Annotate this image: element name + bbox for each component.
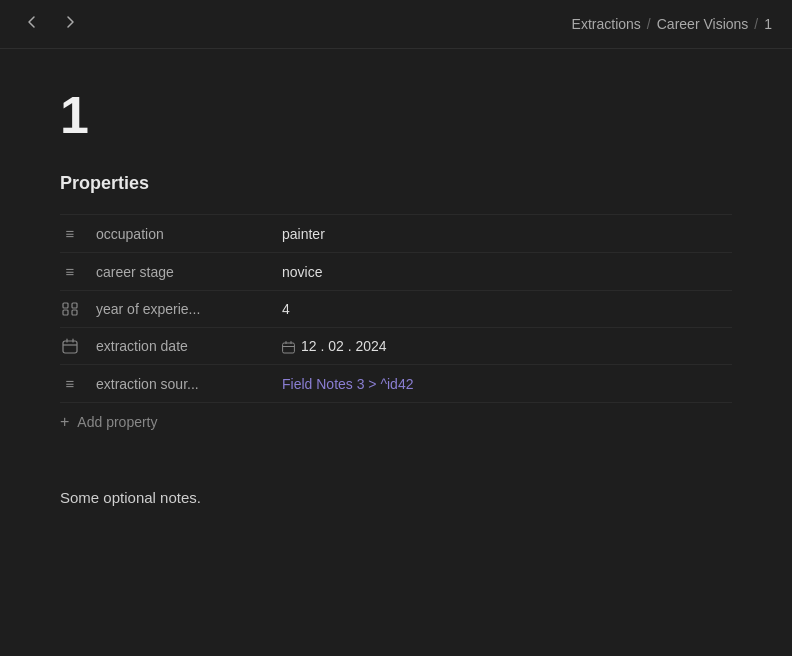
- add-property-label: Add property: [77, 414, 157, 430]
- calendar-small-icon: [282, 338, 295, 353]
- property-row-occupation: occupation painter: [60, 214, 732, 253]
- lines-icon-career-stage: [60, 263, 80, 280]
- lines-icon-extraction-source: [60, 375, 80, 392]
- property-name-year-experience: year of experie...: [96, 301, 266, 317]
- notes-section: Some optional notes.: [60, 489, 732, 506]
- breadcrumb-career-visions[interactable]: Career Visions: [657, 16, 749, 32]
- breadcrumb-current: 1: [764, 16, 772, 32]
- notes-text: Some optional notes.: [60, 489, 201, 506]
- property-value-occupation: painter: [282, 226, 325, 242]
- lines-icon-occupation: [60, 225, 80, 242]
- nav-arrows: [20, 12, 82, 36]
- breadcrumb: Extractions / Career Visions / 1: [572, 16, 772, 32]
- breadcrumb-extractions[interactable]: Extractions: [572, 16, 641, 32]
- svg-rect-2: [63, 310, 68, 315]
- add-property-row[interactable]: + Add property: [60, 403, 732, 441]
- record-id: 1: [60, 89, 732, 141]
- main-content: 1 Properties occupation painter career s…: [0, 49, 792, 546]
- svg-rect-0: [63, 303, 68, 308]
- add-icon: +: [60, 413, 69, 431]
- breadcrumb-sep-1: /: [647, 16, 651, 32]
- property-row-career-stage: career stage novice: [60, 253, 732, 291]
- property-name-career-stage: career stage: [96, 264, 266, 280]
- property-row-year-experience: year of experie... 4: [60, 291, 732, 328]
- property-row-extraction-date: extraction date 12 . 02 . 2024: [60, 328, 732, 365]
- date-value: 12 . 02 . 2024: [301, 338, 387, 354]
- svg-rect-3: [72, 310, 77, 315]
- binary-icon-year-experience: [60, 301, 80, 317]
- property-row-extraction-source: extraction sour... Field Notes 3 > ^id42: [60, 365, 732, 403]
- svg-rect-5: [283, 343, 295, 353]
- property-name-extraction-date: extraction date: [96, 338, 266, 354]
- property-value-year-experience: 4: [282, 301, 290, 317]
- properties-list: occupation painter career stage novice y…: [60, 214, 732, 403]
- header: Extractions / Career Visions / 1: [0, 0, 792, 49]
- svg-rect-4: [63, 341, 77, 353]
- calendar-icon-extraction-date: [60, 338, 80, 354]
- forward-button[interactable]: [58, 12, 82, 36]
- property-value-extraction-source[interactable]: Field Notes 3 > ^id42: [282, 376, 413, 392]
- property-value-career-stage: novice: [282, 264, 322, 280]
- property-name-occupation: occupation: [96, 226, 266, 242]
- svg-rect-1: [72, 303, 77, 308]
- property-value-extraction-date: 12 . 02 . 2024: [282, 338, 387, 354]
- property-name-extraction-source: extraction sour...: [96, 376, 266, 392]
- properties-title: Properties: [60, 173, 732, 194]
- back-button[interactable]: [20, 12, 44, 36]
- breadcrumb-sep-2: /: [754, 16, 758, 32]
